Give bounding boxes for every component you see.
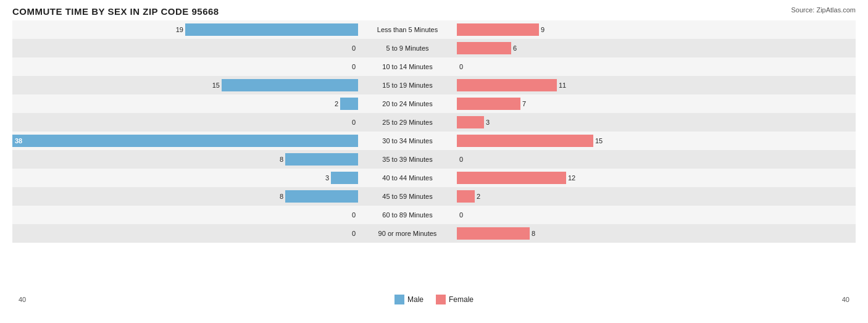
left-section: 0 (12, 206, 358, 224)
male-value: 0 (352, 230, 356, 237)
male-value: 8 (280, 193, 283, 200)
row-label: 45 to 59 Minutes (358, 193, 457, 200)
axis-label-right: 40 (842, 296, 849, 303)
right-section: 8 (457, 224, 803, 243)
legend-female-box (436, 295, 446, 304)
male-value: 0 (352, 44, 356, 52)
female-bar (457, 116, 484, 128)
male-value: 19 (176, 26, 183, 33)
male-value: 0 (352, 211, 356, 219)
female-value: 0 (459, 63, 463, 70)
female-bar (457, 227, 530, 240)
female-value: 15 (595, 137, 603, 145)
legend-female: Female (436, 295, 474, 304)
female-value: 7 (522, 100, 526, 107)
female-value: 8 (532, 230, 535, 237)
chart-row: 3830 to 34 Minutes15 (12, 132, 856, 150)
legend-female-label: Female (449, 295, 474, 304)
chart-row: 340 to 44 Minutes12 (12, 169, 856, 187)
right-section: 3 (457, 113, 803, 132)
row-label: 35 to 39 Minutes (358, 156, 457, 163)
right-section: 12 (457, 169, 803, 187)
chart-row: 090 or more Minutes8 (12, 224, 856, 243)
chart-row: 025 to 29 Minutes3 (12, 113, 856, 132)
female-bar (457, 172, 566, 184)
chart-row: 1515 to 19 Minutes11 (12, 76, 856, 94)
row-label: 60 to 89 Minutes (358, 211, 457, 219)
male-bar (285, 153, 358, 166)
row-label: 25 to 29 Minutes (358, 119, 457, 126)
legend-male-label: Male (407, 295, 424, 304)
chart-row: 845 to 59 Minutes2 (12, 187, 856, 206)
male-value: 2 (335, 100, 338, 107)
left-section: 38 (12, 132, 358, 150)
row-label: Less than 5 Minutes (358, 26, 457, 33)
left-section: 8 (12, 150, 358, 169)
male-bar (285, 190, 358, 203)
female-bar (457, 135, 593, 147)
male-bar (331, 172, 358, 184)
chart-row: 060 to 89 Minutes0 (12, 206, 856, 224)
chart-inner: 19Less than 5 Minutes905 to 9 Minutes601… (12, 20, 856, 292)
female-bar (457, 23, 539, 36)
left-section: 19 (12, 20, 358, 39)
right-section: 9 (457, 20, 803, 39)
legend-male-box (394, 295, 404, 304)
chart-container: COMMUTE TIME BY SEX IN ZIP CODE 95668 So… (0, 0, 868, 323)
chart-row: 19Less than 5 Minutes9 (12, 20, 856, 39)
male-value: 0 (352, 63, 356, 70)
chart-source: Source: ZipAtlas.com (791, 6, 856, 14)
female-value: 9 (541, 26, 545, 33)
male-value: 0 (352, 119, 356, 126)
left-section: 0 (12, 39, 358, 57)
chart-title: COMMUTE TIME BY SEX IN ZIP CODE 95668 (12, 6, 219, 17)
male-value: 8 (280, 156, 283, 163)
right-section: 0 (457, 150, 803, 169)
right-section: 2 (457, 187, 803, 206)
row-label: 10 to 14 Minutes (358, 63, 457, 70)
chart-row: 835 to 39 Minutes0 (12, 150, 856, 169)
male-bar (340, 98, 358, 110)
female-value: 6 (513, 44, 517, 52)
left-section: 3 (12, 169, 358, 187)
male-bar (185, 23, 358, 36)
legend: Male Female (394, 295, 474, 304)
chart-row: 220 to 24 Minutes7 (12, 94, 856, 113)
right-section: 0 (457, 57, 803, 76)
right-section: 6 (457, 39, 803, 57)
axis-label-left: 40 (19, 296, 26, 303)
male-bar (12, 135, 358, 147)
right-section: 0 (457, 206, 803, 224)
row-label: 30 to 34 Minutes (358, 137, 457, 145)
female-bar (457, 98, 520, 110)
left-section: 0 (12, 224, 358, 243)
right-section: 11 (457, 76, 803, 94)
left-section: 0 (12, 57, 358, 76)
left-section: 2 (12, 94, 358, 113)
chart-footer: 40 Male Female 40 (12, 295, 856, 304)
left-section: 15 (12, 76, 358, 94)
left-section: 8 (12, 187, 358, 206)
row-label: 90 or more Minutes (358, 230, 457, 237)
female-bar (457, 190, 475, 203)
row-label: 15 to 19 Minutes (358, 82, 457, 89)
row-label: 20 to 24 Minutes (358, 100, 457, 107)
right-section: 7 (457, 94, 803, 113)
chart-header: COMMUTE TIME BY SEX IN ZIP CODE 95668 So… (12, 6, 856, 17)
female-value: 11 (559, 82, 566, 89)
left-section: 0 (12, 113, 358, 132)
female-value: 0 (459, 156, 463, 163)
female-value: 12 (568, 174, 575, 182)
legend-male: Male (394, 295, 424, 304)
row-label: 5 to 9 Minutes (358, 44, 457, 52)
female-value: 3 (486, 119, 490, 126)
male-value: 3 (325, 174, 329, 182)
female-value: 0 (459, 211, 463, 219)
row-label: 40 to 44 Minutes (358, 174, 457, 182)
female-bar (457, 42, 511, 54)
female-bar (457, 79, 557, 91)
female-value: 2 (477, 193, 480, 200)
male-value: 38 (15, 137, 22, 145)
male-bar (222, 79, 358, 91)
right-section: 15 (457, 132, 803, 150)
